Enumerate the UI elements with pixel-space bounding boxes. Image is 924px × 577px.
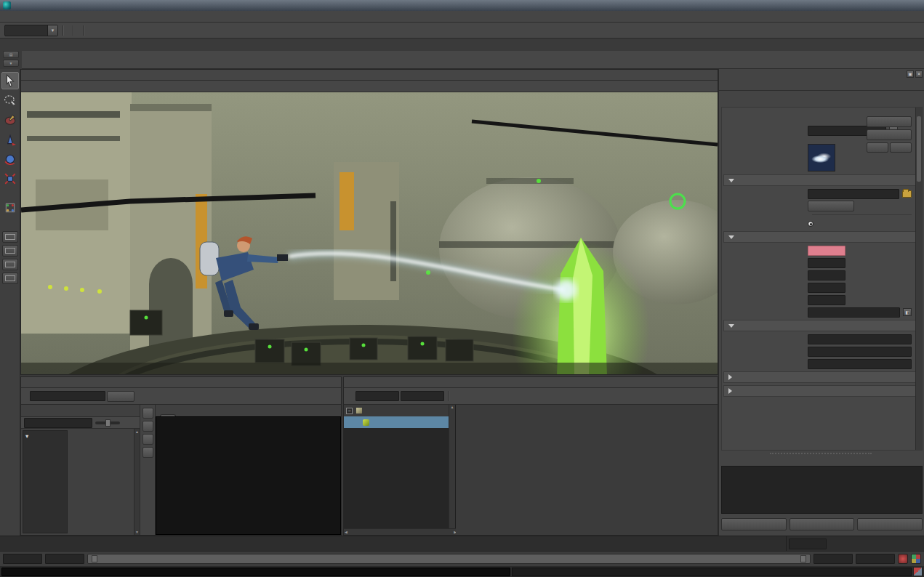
command-input[interactable] [1,568,510,576]
collapse-triangle-icon [728,179,734,182]
hypershade-show-button[interactable] [107,391,134,402]
rotate-tool[interactable] [1,150,19,168]
range-end-handle[interactable] [800,555,806,562]
collapse-icon[interactable]: − [346,408,353,414]
section-vertex-data[interactable] [723,320,920,331]
graph-editor-panel: − ▲ ◀▶ [343,376,718,536]
move-tool[interactable] [1,131,19,148]
fxtexture-field[interactable] [808,307,900,318]
title-bar[interactable] [0,0,924,11]
clear-work-area-icon[interactable] [142,447,153,458]
current-time-field[interactable] [789,538,827,549]
graph-editor-menu-bar [344,377,718,388]
copy-tab-button[interactable] [857,518,923,530]
viewport-scene[interactable] [21,92,718,374]
tool-box [0,69,20,536]
presets-button[interactable] [867,129,912,140]
section-node-behavior[interactable] [723,371,920,383]
show-bottom-tabs-icon[interactable] [142,421,153,432]
section-cgfx-shader[interactable] [723,174,920,186]
attribute-editor-panel: ▣ ✕ ◧ [718,69,924,536]
lasso-select-tool[interactable] [1,92,19,109]
menu-set-selector[interactable]: ▼ [4,25,58,36]
playback-end-field[interactable] [813,554,853,564]
show-button[interactable] [867,142,888,153]
browse-folder-icon[interactable] [902,190,912,198]
script-editor-icon[interactable] [913,567,923,576]
attribute-editor-menu-bar [719,79,924,91]
close-panel-icon[interactable]: ✕ [915,70,923,78]
reload-button[interactable] [808,201,854,211]
animation-start-field[interactable] [3,554,42,564]
opacity-field[interactable] [808,295,845,305]
cgfx-file-path-field[interactable] [808,189,899,199]
hide-button[interactable] [890,142,912,153]
four-pane-layout[interactable] [2,245,18,257]
persp-graph-layout[interactable] [2,273,18,284]
outliner-hscrollbar[interactable]: ◀▶ [344,528,457,535]
create-search-input[interactable] [24,418,92,428]
auto-keyframe-icon[interactable] [898,554,908,564]
hypershade-filter-input[interactable] [30,391,105,401]
shelf-tabs [22,39,924,51]
outliner-scrollbar[interactable]: ▲ [449,405,455,528]
select-tool[interactable] [1,72,19,89]
create-list-scrollbar[interactable]: ▲▼ [134,429,140,535]
graph-editor-plot-area[interactable] [456,405,718,535]
range-slider [0,551,924,566]
show-top-tabs-icon[interactable] [142,408,153,419]
texture-connection-icon[interactable]: ◧ [903,308,912,316]
single-pane-layout[interactable] [2,231,18,243]
scale-tool[interactable] [1,170,19,187]
material-sample-swatch[interactable] [808,144,835,172]
notes-textarea[interactable] [721,466,923,514]
range-slider-bar[interactable] [87,554,811,564]
tree-item-maya[interactable]: ▾ [23,431,67,440]
animation-end-field[interactable] [856,554,895,564]
universal-manipulator-icon[interactable] [1,199,19,217]
work-area-canvas[interactable] [156,416,341,535]
float-panel-icon[interactable]: ▣ [907,70,914,78]
graph-editor-outliner: − ▲ ◀▶ [344,405,456,535]
attribute-editor-tabs [719,91,924,105]
work-area-wires [156,417,341,535]
command-line [0,566,924,577]
hypershade-persp-layout[interactable] [2,259,18,270]
divider [448,391,449,401]
paint-select-tool[interactable] [1,111,19,129]
show-both-tabs-icon[interactable] [142,434,153,445]
animation-preferences-icon[interactable] [911,554,921,564]
perspective-viewport-panel [20,69,718,375]
time-slider-ruler[interactable] [0,536,787,552]
anim-time-field[interactable] [808,246,845,256]
section-extra-attributes[interactable] [723,385,920,397]
focus-button[interactable] [867,116,912,127]
hypershade-create-panel: ▾ ▲▼ [21,405,140,535]
hypershade-menu-bar [21,377,341,388]
shelf-menu-icon[interactable]: ▤ [3,51,19,58]
shelf-arrow-icon[interactable]: ▼ [3,60,19,67]
uvset0-field[interactable] [808,347,912,357]
number-images-x-field[interactable] [808,270,845,281]
swatch-size-slider[interactable] [95,421,120,424]
select-button[interactable] [721,518,787,530]
attribute-editor-scrollbar[interactable] [915,108,922,450]
divider [83,25,84,36]
hypershade-work-area [156,405,341,535]
outliner-node-row[interactable]: − [344,405,455,416]
number-images-y-field[interactable] [808,283,845,293]
command-result [512,568,912,576]
stats-value-input[interactable] [401,391,444,401]
viewport-icon-bar [21,81,718,92]
normal-field[interactable] [808,359,912,369]
load-attributes-button[interactable] [790,518,855,530]
notes-splitter-handle[interactable] [770,453,872,454]
playback-start-field[interactable] [45,554,84,564]
section-cgfx-parameters[interactable] [723,231,920,243]
framespersec-field[interactable] [808,258,845,268]
stats-time-input[interactable] [355,391,399,401]
range-start-handle[interactable] [92,555,97,562]
position-field[interactable] [808,334,912,344]
outliner-channel-row[interactable] [344,416,455,428]
technique-radio[interactable] [808,221,813,227]
